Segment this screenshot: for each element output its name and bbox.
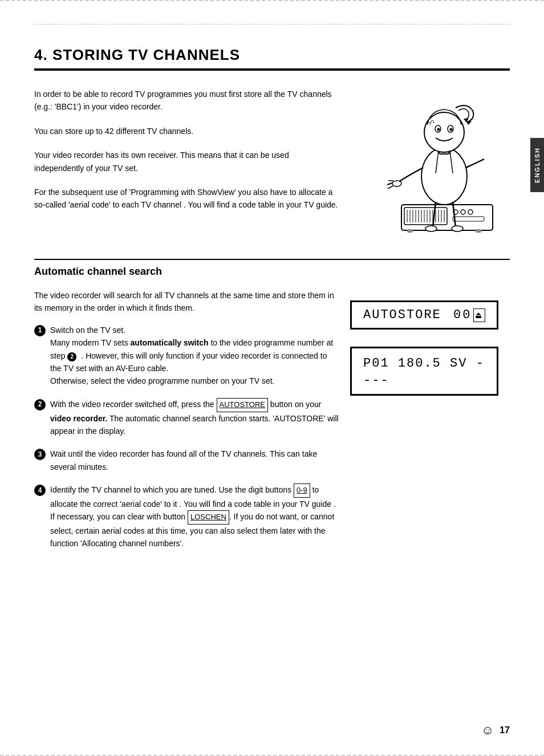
step-2-bold: video recorder. [50,414,107,423]
step-1-bold: automatically switch [131,338,209,347]
svg-rect-19 [453,217,484,221]
step-2: 2 With the video recorder switched off, … [34,398,339,438]
autostore-display: AUTOSTORE 00 ⏏ [350,300,498,330]
autostore-right: 00 ⏏ [453,308,485,322]
section-heading: Automatic channel search [34,263,510,278]
step-1-text: Switch on the TV set. Many modern TV set… [50,324,339,388]
step-1: 1 Switch on the TV set. Many modern TV s… [34,324,339,388]
autostore-key: AUTOSTORE [217,398,268,412]
language-tab: ENGLISH [530,138,544,192]
body-right: AUTOSTORE 00 ⏏ P01 180.5 SV ---- [350,289,510,560]
smiley-icon: ☺ [481,723,494,738]
step-4-number: 4 [34,485,46,496]
cartoon-illustration [356,94,504,242]
step-4: 4 Identify the TV channel to which you a… [34,483,339,550]
page-number: 17 [500,725,510,735]
intro-left: In order to be able to record TV program… [34,88,339,242]
chapter-name: STORING TV CHANNELS [52,46,240,63]
cartoon-svg [356,94,504,242]
svg-point-17 [461,210,465,214]
step-2-number: 2 [34,399,46,410]
auto-search-section: Automatic channel search The video recor… [34,259,510,560]
channel-display: P01 180.5 SV ---- [350,347,498,396]
step-3: 3 Wait until the video recorder has foun… [34,448,339,473]
step-4-content: Identify the TV channel to which you are… [50,483,339,550]
step-3-content: Wait until the video recorder has found … [50,448,339,473]
chapter-number: 4. [34,46,48,63]
step-2-content: With the video recorder switched off, pr… [50,398,339,438]
loschen-key: LOSCHEN [188,510,229,525]
intro-paragraph3: Your video recorder has its own receiver… [34,149,339,174]
step-3-text: Wait until the video recorder has found … [50,448,339,473]
body-left: The video recorder will search for all T… [34,289,339,560]
svg-point-25 [392,181,401,186]
svg-line-27 [388,186,393,189]
channel-display-text: P01 180.5 SV ---- [363,356,485,388]
section-divider [34,259,510,260]
autostore-text: AUTOSTORE [363,308,441,322]
intro-paragraph4: For the subsequent use of 'Programming w… [34,186,339,212]
step-2-text: With the video recorder switched off, pr… [50,398,339,438]
svg-point-22 [421,148,467,205]
svg-point-39 [425,226,437,231]
svg-point-33 [437,128,440,131]
step-1-number: 1 [34,325,46,336]
page-footer: ☺ 17 [481,723,510,738]
svg-rect-20 [407,229,413,233]
intro-paragraph2: You can store up to 42 different TV chan… [34,125,339,137]
svg-point-30 [424,112,464,152]
chapter-title: 4. STORING TV CHANNELS [34,46,510,71]
svg-point-40 [452,226,463,231]
body-section: The video recorder will search for all T… [34,289,510,560]
svg-point-34 [450,128,453,131]
digit-key: 0-9 [294,483,310,498]
svg-line-26 [387,183,392,185]
step-ref-2: 2 [67,352,76,361]
step-4-text: Identify the TV channel to which you are… [50,483,339,550]
svg-rect-21 [476,229,481,233]
svg-rect-1 [404,208,447,225]
cassette-icon: ⏏ [473,308,485,322]
svg-marker-35 [466,121,472,125]
intro-right [350,88,510,242]
intro-section: In order to be able to record TV program… [34,88,510,242]
section-intro: The video recorder will search for all T… [34,289,339,315]
step-3-number: 3 [34,449,46,460]
step-1-content: Switch on the TV set. Many modern TV set… [50,324,339,388]
page: 4. STORING TV CHANNELS In order to be ab… [0,0,544,756]
intro-paragraph1: In order to be able to record TV program… [34,88,339,113]
svg-point-18 [468,210,473,214]
